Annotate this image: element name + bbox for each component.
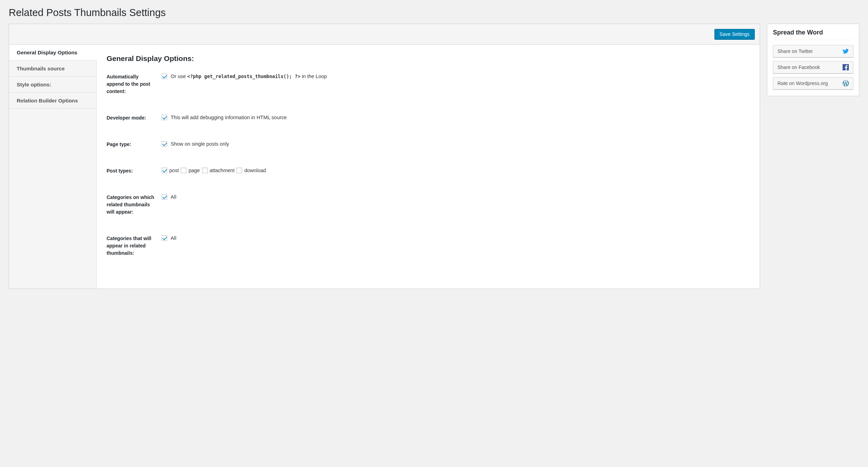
row-label: Categories on which related thumbnails w… xyxy=(107,194,162,216)
row-label: Developer mode: xyxy=(107,114,162,122)
checkbox-post-type-post[interactable] xyxy=(162,168,167,173)
rate-wordpress-button[interactable]: Rate on Wordpress.org xyxy=(773,77,853,90)
checkbox-post-type-attachment[interactable] xyxy=(202,168,208,173)
twitter-icon xyxy=(843,48,849,54)
text: All xyxy=(171,194,176,200)
share-facebook-button[interactable]: Share on Facebook xyxy=(773,61,853,74)
checkbox-page-type[interactable] xyxy=(162,141,167,147)
checkbox-post-type-download[interactable] xyxy=(237,168,242,173)
sidebar-box-title: Spread the Word xyxy=(773,29,853,40)
tab-thumbnails-source[interactable]: Thumbnails source xyxy=(9,61,96,77)
tab-relation-builder-options[interactable]: Relation Builder Options xyxy=(9,93,96,109)
wordpress-icon xyxy=(843,80,849,86)
toolbar: Save Settings xyxy=(9,24,760,45)
option-label: page xyxy=(188,168,200,173)
share-button-label: Share on Facebook xyxy=(777,64,820,70)
code-snippet: <?php get_related_posts_thumbnails(); ?> xyxy=(187,74,301,79)
checkbox-categories-appear-all[interactable] xyxy=(162,235,167,241)
option-label: attachment xyxy=(210,168,235,173)
panel-title: General Display Options: xyxy=(107,54,750,63)
tabs-nav: General Display Options Thumbnails sourc… xyxy=(9,45,97,289)
share-twitter-button[interactable]: Share on Twitter xyxy=(773,45,853,58)
text: Show on single posts only xyxy=(171,141,229,147)
option-label: post xyxy=(169,168,179,173)
share-button-label: Rate on Wordpress.org xyxy=(777,81,828,86)
text: Or use xyxy=(171,74,186,79)
tab-style-options[interactable]: Style options: xyxy=(9,77,96,93)
row-developer-mode: Developer mode: This will add debugging … xyxy=(107,114,750,122)
share-button-label: Share on Twitter xyxy=(777,48,813,54)
tab-general-display-options[interactable]: General Display Options xyxy=(9,45,97,61)
checkbox-auto-append[interactable] xyxy=(162,74,167,79)
option-label: download xyxy=(244,168,266,173)
row-page-type: Page type: Show on single posts only xyxy=(107,141,750,148)
row-label: Categories that will appear in related t… xyxy=(107,235,162,257)
row-post-types: Post types: post page attachment xyxy=(107,167,750,175)
save-button[interactable]: Save Settings xyxy=(714,29,755,39)
sidebar-box-spread-the-word: Spread the Word Share on Twitter Share o… xyxy=(767,24,859,96)
facebook-icon xyxy=(843,64,849,70)
row-categories-on: Categories on which related thumbnails w… xyxy=(107,194,750,216)
row-categories-appear: Categories that will appear in related t… xyxy=(107,235,750,257)
row-label: Page type: xyxy=(107,141,162,148)
checkbox-categories-on-all[interactable] xyxy=(162,194,167,200)
row-auto-append: Automatically append to the post content… xyxy=(107,73,750,95)
text: All xyxy=(171,235,176,241)
text: This will add debugging information in H… xyxy=(171,115,287,120)
content-panel: General Display Options: Automatically a… xyxy=(97,45,760,289)
text: in the Loop xyxy=(302,74,327,79)
checkbox-post-type-page[interactable] xyxy=(181,168,186,173)
row-label: Post types: xyxy=(107,167,162,175)
checkbox-developer-mode[interactable] xyxy=(162,115,167,120)
page-title: Related Posts Thumbnails Settings xyxy=(9,0,859,24)
row-label: Automatically append to the post content… xyxy=(107,73,162,95)
